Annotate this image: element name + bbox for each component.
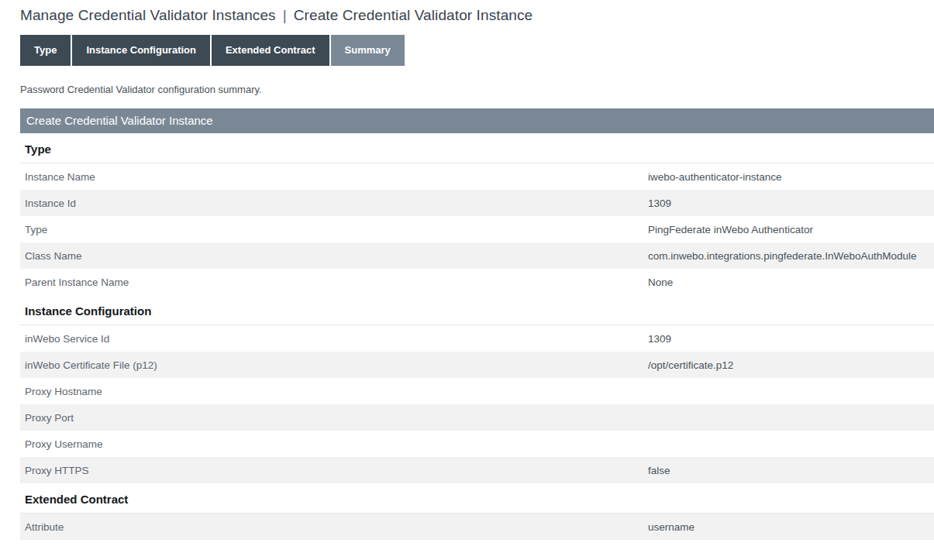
tab-instance-configuration[interactable]: Instance Configuration (72, 35, 210, 66)
summary-sections: TypeInstance Nameiwebo-authenticator-ins… (20, 133, 934, 540)
row-value: /opt/certificate.p12 (648, 359, 733, 371)
summary-row: Instance Id1309 (20, 190, 934, 216)
summary-row: inWebo Service Id1309 (20, 325, 934, 352)
row-label: Proxy Username (25, 438, 648, 450)
row-label: Instance Name (25, 171, 648, 183)
row-label: Proxy Port (25, 412, 648, 424)
page-title: Manage Credential Validator Instances|Cr… (20, 0, 934, 24)
row-label: Attribute (25, 521, 648, 533)
row-value: false (648, 465, 670, 476)
row-value: 1309 (648, 333, 671, 345)
summary-row: TypePingFederate inWebo Authenticator (20, 216, 934, 242)
row-value: com.inwebo.integrations.pingfederate.InW… (648, 250, 916, 262)
section-heading-type: Type (20, 133, 934, 163)
summary-row: Instance Nameiwebo-authenticator-instanc… (20, 163, 934, 190)
panel-header: Create Credential Validator Instance (20, 108, 934, 133)
summary-panel: Create Credential Validator Instance Typ… (20, 108, 934, 540)
row-label: inWebo Service Id (25, 333, 648, 345)
tab-type[interactable]: Type (20, 35, 71, 66)
page-title-secondary: Create Credential Validator Instance (294, 7, 532, 23)
summary-row: Proxy Username (20, 431, 934, 457)
tab-extended-contract[interactable]: Extended Contract (212, 35, 329, 66)
row-label: Class Name (25, 250, 648, 262)
row-value: 1309 (648, 198, 671, 209)
row-label: Type (25, 224, 648, 235)
page: Manage Credential Validator Instances|Cr… (0, 0, 934, 540)
tab-bar: TypeInstance ConfigurationExtended Contr… (20, 35, 934, 66)
row-value: username (648, 521, 694, 533)
summary-row: Proxy Hostname (20, 378, 934, 404)
row-label: Instance Id (25, 198, 648, 209)
title-separator: | (283, 7, 287, 23)
summary-row: inWebo Certificate File (p12)/opt/certif… (20, 352, 934, 378)
summary-row: Parent Instance NameNone (20, 269, 934, 295)
section-heading-instance-configuration: Instance Configuration (20, 295, 934, 325)
tab-summary[interactable]: Summary (331, 35, 405, 66)
row-label: Proxy HTTPS (25, 465, 648, 476)
summary-row: Attributeusername (20, 514, 934, 540)
section-heading-extended-contract: Extended Contract (20, 483, 934, 514)
summary-row: Proxy Port (20, 404, 934, 431)
summary-description: Password Credential Validator configurat… (20, 84, 934, 95)
panel-title: Create Credential Validator Instance (26, 114, 213, 127)
row-value: None (648, 277, 673, 288)
row-label: inWebo Certificate File (p12) (25, 359, 648, 371)
summary-row: Proxy HTTPSfalse (20, 457, 934, 483)
summary-row: Class Namecom.inwebo.integrations.pingfe… (20, 242, 934, 269)
page-title-primary: Manage Credential Validator Instances (20, 7, 276, 23)
row-label: Parent Instance Name (25, 277, 648, 288)
row-value: iwebo-authenticator-instance (648, 171, 782, 183)
row-label: Proxy Hostname (25, 386, 648, 397)
row-value: PingFederate inWebo Authenticator (648, 224, 813, 235)
